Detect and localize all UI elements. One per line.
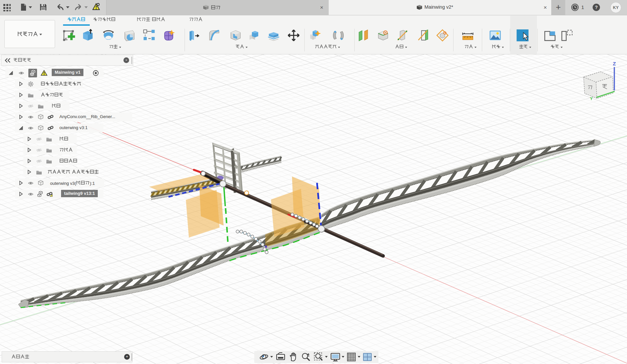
svg-text:Y: Y xyxy=(590,96,593,101)
svg-text:?: ? xyxy=(595,5,598,10)
svg-text:Z: Z xyxy=(613,61,616,66)
